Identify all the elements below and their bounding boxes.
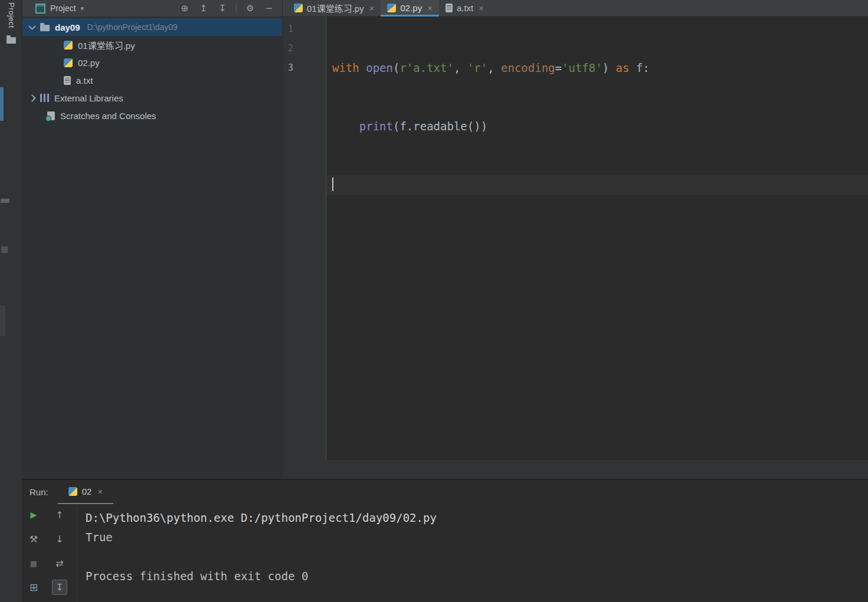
tree-item-label: Scratches and Consoles [60,111,156,121]
python-file-icon [64,58,73,67]
tree-item-path: D:\pythonProject1\day09 [87,22,178,32]
tree-item-label: 01课堂练习.py [78,39,135,51]
grid-icon: ⊞ [30,581,38,593]
close-icon[interactable]: × [97,486,103,496]
chevron-down-icon[interactable]: ▾ [81,5,84,12]
project-window-icon [35,4,45,14]
code-token: f: [629,61,649,74]
python-file-icon [68,487,77,496]
console-line: D:\Python36\python.exe D:/pythonProject1… [86,508,868,528]
stop-icon: ■ [30,559,37,568]
stop-button[interactable]: ■ [26,555,41,571]
scroll-to-end-button[interactable]: ↧ [52,580,67,595]
text-file-icon [446,4,453,12]
close-icon[interactable]: × [427,3,433,13]
run-tab-02[interactable]: 02 × [58,480,113,504]
code-token: , [454,61,467,74]
up-stack-trace-button[interactable]: ↑ [52,507,67,522]
code-token: print [359,120,393,133]
expand-all-icon[interactable]: ↧ [215,3,230,14]
editor-tab-1[interactable]: 01课堂练习.py × [287,0,381,16]
tree-item-external-libraries[interactable]: External Libraries [22,89,282,107]
run-tab-label: 02 [82,486,92,496]
editor-gutter[interactable]: 1 2 3 [283,17,326,460]
chevron-expanded-icon[interactable] [28,22,36,30]
project-stripe-label: Project [7,2,16,32]
folder-icon [40,25,50,31]
scroll-to-end-icon: ↧ [55,582,63,593]
play-icon: ▶ [31,510,37,519]
project-folder-icon[interactable] [6,37,16,44]
hide-panel-icon[interactable]: − [262,3,276,14]
console-line: Process finished with exit code 0 [86,567,868,586]
collapse-all-icon[interactable]: ↥ [196,3,211,14]
editor-area: 01课堂练习.py × 02.py × a.txt × 1 2 3 with o… [283,0,868,479]
locate-file-icon[interactable]: ⊕ [178,3,192,14]
background-artifact [1,199,9,203]
tree-item-scratches[interactable]: Scratches and Consoles [22,107,282,124]
close-icon[interactable]: × [369,3,375,13]
project-stripe-button[interactable]: Project [0,0,22,32]
run-settings-button[interactable]: ⚒ [26,531,41,547]
python-file-icon [64,41,73,50]
python-file-icon [294,4,303,12]
scratches-icon [47,111,55,120]
horizontal-scrollbar-track[interactable] [283,460,868,479]
tab-label: 01课堂练习.py [307,2,364,14]
text-file-icon [64,76,71,85]
header-divider [236,4,237,13]
tree-item-file-2[interactable]: 02.py [22,54,282,71]
tab-label: 02.py [400,3,422,13]
soft-wrap-button[interactable]: ⇄ [52,555,67,571]
code-token: ) [602,61,616,74]
project-tool-window: Project ▾ ⊕ ↥ ↧ ⚙ − day09 D:\pythonProje… [22,0,282,479]
code-area[interactable]: with open(r'a.txt', 'r', encoding='utf8'… [327,19,868,460]
code-token: with [332,61,366,74]
project-tree: day09 D:\pythonProject1\day09 01课堂练习.py … [22,18,282,124]
left-tool-window-bar: Project [0,0,22,602]
close-icon[interactable]: × [479,3,484,13]
run-panel-title: Run: [30,487,48,497]
code-token: , [487,61,501,74]
code-token: (f.readable()) [393,120,487,133]
background-artifact [0,305,5,336]
code-token: as [616,61,630,74]
libraries-icon [40,94,49,102]
code-token: encoding [501,61,555,74]
tree-item-label: External Libraries [54,93,123,103]
wrench-icon: ⚒ [30,534,38,545]
tree-item-file-3[interactable]: a.txt [22,71,282,89]
settings-gear-icon[interactable]: ⚙ [243,3,257,14]
tree-item-file-1[interactable]: 01课堂练习.py [22,36,282,54]
run-toolbar-primary: ▶ ⚒ ■ ⊞ [26,507,41,595]
text-caret [332,177,333,191]
editor-tab-2-active[interactable]: 02.py × [381,0,438,16]
code-token: 'r' [467,61,487,74]
soft-wrap-icon: ⇄ [55,558,63,569]
code-line-2: print(f.readable()) [327,117,868,136]
run-panel-header: Run: 02 × [22,480,868,504]
up-arrow-icon: ↑ [55,509,63,521]
restore-layout-button[interactable]: ⊞ [26,580,41,595]
project-view-selector[interactable]: Project [50,4,76,13]
tree-item-day09[interactable]: day09 D:\pythonProject1\day09 [22,18,282,36]
code-token: r'a.txt' [399,61,454,74]
tree-item-label: day09 [55,22,80,32]
console-line [86,547,868,567]
console-output[interactable]: D:\Python36\python.exe D:/pythonProject1… [77,507,868,602]
background-artifact [0,87,4,121]
code-token: = [555,61,562,74]
down-stack-trace-button[interactable]: ↓ [52,531,67,547]
rerun-button[interactable]: ▶ [26,507,41,522]
code-token: open [366,61,393,74]
editor-tab-bar: 01课堂练习.py × 02.py × a.txt × [283,0,868,17]
console-line: True [86,528,868,547]
tree-item-label: a.txt [76,75,93,85]
chevron-collapsed-icon[interactable] [28,94,36,102]
line-number: 1 [283,19,326,39]
line-number: 2 [283,39,326,58]
code-token: 'utf8' [562,61,602,74]
tree-item-label: 02.py [78,58,100,68]
editor-tab-3[interactable]: a.txt × [439,0,490,16]
project-panel-header: Project ▾ ⊕ ↥ ↧ ⚙ − [22,0,282,17]
